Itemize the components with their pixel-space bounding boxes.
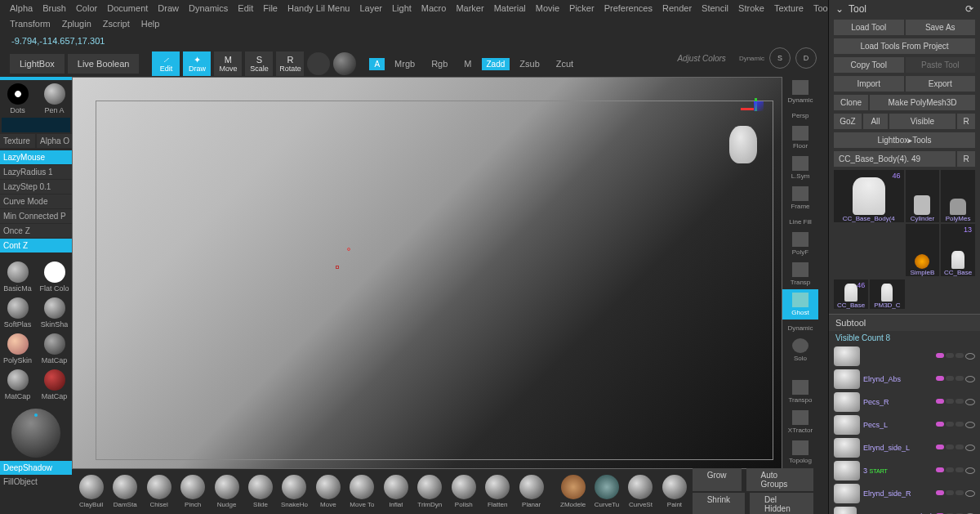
lightbox-tools-button[interactable]: Lightbox▸Tools bbox=[834, 132, 975, 148]
orientation-gizmo[interactable] bbox=[716, 98, 765, 172]
brush-polish[interactable]: Polish bbox=[448, 475, 479, 508]
eye-icon[interactable] bbox=[965, 467, 975, 474]
lazystep-slider[interactable]: LazyStep 0.1 bbox=[0, 180, 72, 194]
cont-z-toggle[interactable]: Cont Z bbox=[0, 239, 72, 253]
menu-zscript[interactable]: Zscript bbox=[103, 19, 130, 29]
import-button[interactable]: Import bbox=[834, 76, 904, 92]
subtool-item[interactable]: Pecs_R bbox=[829, 391, 980, 413]
mat-matcap2[interactable]: MatCap bbox=[0, 368, 35, 402]
active-material-preview[interactable] bbox=[11, 409, 60, 458]
draw-mode-button[interactable]: ✦Draw bbox=[183, 51, 211, 76]
persp-toggle[interactable]: Persp bbox=[782, 107, 818, 123]
material-preview-icon[interactable] bbox=[333, 52, 356, 75]
menu-marker[interactable]: Marker bbox=[456, 3, 483, 13]
lazymouse-toggle[interactable]: LazyMouse bbox=[0, 150, 72, 164]
once-z-toggle[interactable]: Once Z bbox=[0, 224, 72, 238]
menu-transform[interactable]: Transform bbox=[10, 19, 51, 29]
brush-damstandard[interactable]: DamSta bbox=[109, 475, 140, 508]
eye-icon[interactable] bbox=[965, 376, 975, 382]
mat-matcap3[interactable]: MatCap bbox=[37, 368, 72, 402]
subtool-item[interactable]: Elrynd_Abs bbox=[829, 368, 980, 391]
mat-skinshade[interactable]: SkinSha bbox=[37, 296, 72, 330]
visible-count[interactable]: Visible Count 8 bbox=[829, 331, 980, 345]
brush-planar[interactable]: Planar bbox=[515, 475, 547, 508]
mat-polyskin[interactable]: PolySkin bbox=[0, 332, 35, 366]
zcut-toggle[interactable]: Zcut bbox=[550, 57, 580, 70]
menu-macro[interactable]: Macro bbox=[421, 3, 447, 13]
brush-pinch[interactable]: Pinch bbox=[176, 475, 208, 508]
goz-r-button[interactable]: R bbox=[957, 114, 975, 129]
rgb-toggle[interactable]: Rgb bbox=[425, 57, 454, 70]
topology-button[interactable]: Topolog bbox=[782, 437, 818, 467]
subtool-item[interactable] bbox=[829, 345, 980, 368]
tool-panel-header[interactable]: ⌄ Tool ⟳ bbox=[829, 0, 980, 18]
mat-basic[interactable]: BasicMa bbox=[0, 260, 35, 294]
menu-material[interactable]: Material bbox=[494, 3, 526, 13]
rotate-mode-button[interactable]: RRotate bbox=[276, 51, 304, 76]
tool-thumb-main[interactable]: 46CC_Base_Body(4 bbox=[834, 170, 904, 222]
menu-stencil[interactable]: Stencil bbox=[702, 3, 728, 13]
s-circle-icon[interactable]: S bbox=[769, 47, 791, 69]
live-boolean-button[interactable]: Live Boolean bbox=[68, 54, 140, 74]
make-polymesh-button[interactable]: Make PolyMesh3D bbox=[870, 95, 975, 110]
mrgb-toggle[interactable]: Mrgb bbox=[388, 57, 421, 70]
brush-claybuildup[interactable]: ClayBuil bbox=[75, 475, 107, 508]
menu-texture[interactable]: Texture bbox=[774, 3, 804, 13]
edit-mode-button[interactable]: ⟋Edit bbox=[152, 51, 180, 76]
active-tool-name[interactable]: CC_Base_Body(4). 49 bbox=[834, 151, 956, 167]
d-circle-icon[interactable]: D bbox=[795, 47, 817, 69]
adjust-colors-label[interactable]: Adjust Colors bbox=[677, 54, 725, 63]
brush-paint[interactable]: Paint bbox=[658, 475, 690, 508]
gyro-icon[interactable] bbox=[307, 52, 330, 75]
curve-mode-toggle[interactable]: Curve Mode bbox=[0, 194, 72, 208]
menu-edit[interactable]: Edit bbox=[238, 3, 253, 13]
eye-icon[interactable] bbox=[965, 399, 975, 405]
xtractor-button[interactable]: XTractor bbox=[782, 407, 818, 437]
texture-slot[interactable]: Texture bbox=[0, 134, 35, 148]
brush-zmodeler[interactable]: ZModele bbox=[557, 475, 589, 508]
mat-matcap1[interactable]: MatCap bbox=[37, 332, 72, 366]
menu-dynamics[interactable]: Dynamics bbox=[189, 3, 228, 13]
brush-slide[interactable]: Slide bbox=[244, 475, 276, 508]
floor-toggle[interactable]: Floor bbox=[782, 123, 818, 153]
brush-snakehook[interactable]: SnakeHo bbox=[278, 475, 310, 508]
alpha-pen-a[interactable]: Pen A bbox=[37, 82, 72, 116]
load-tools-project-button[interactable]: Load Tools From Project bbox=[834, 38, 975, 54]
color-swatch[interactable] bbox=[2, 118, 70, 132]
zadd-toggle[interactable]: Zadd bbox=[482, 58, 510, 70]
transp-toggle[interactable]: Transp bbox=[782, 259, 818, 289]
save-as-button[interactable]: Save As bbox=[906, 20, 976, 35]
min-connected-slider[interactable]: Min Connected P bbox=[0, 209, 72, 223]
brush-nudge[interactable]: Nudge bbox=[211, 475, 243, 508]
eye-icon[interactable] bbox=[965, 490, 975, 497]
alpha-off[interactable]: Alpha O bbox=[37, 134, 72, 148]
goz-button[interactable]: GoZ bbox=[834, 114, 862, 129]
transpose-button[interactable]: Transpo bbox=[782, 377, 818, 407]
solo-toggle[interactable]: Solo bbox=[782, 335, 818, 365]
subtool-header[interactable]: Subtool bbox=[829, 314, 980, 331]
brush-flatten[interactable]: Flatten bbox=[481, 475, 513, 508]
menu-zplugin[interactable]: Zplugin bbox=[62, 19, 91, 29]
menu-light[interactable]: Light bbox=[392, 3, 412, 13]
brush-move[interactable]: Move bbox=[312, 475, 344, 508]
zsub-toggle[interactable]: Zsub bbox=[513, 57, 546, 70]
mat-softplastic[interactable]: SoftPlas bbox=[0, 296, 35, 330]
subtool-item[interactable]: Elrynd_side_L bbox=[829, 436, 980, 459]
menu-movie[interactable]: Movie bbox=[536, 3, 559, 13]
menu-help[interactable]: Help bbox=[141, 19, 160, 29]
menu-document[interactable]: Document bbox=[107, 3, 148, 13]
export-button[interactable]: Export bbox=[906, 76, 976, 92]
menu-alpha[interactable]: Alpha bbox=[10, 3, 33, 13]
subtool-item[interactable]: CC_Base_Tongue(11) bbox=[829, 505, 980, 514]
menu-draw[interactable]: Draw bbox=[158, 3, 179, 13]
tool-thumb-simpleb[interactable]: SimpleB bbox=[906, 224, 940, 276]
frame-button[interactable]: Frame bbox=[782, 183, 818, 213]
brush-inflat[interactable]: Inflat bbox=[380, 475, 412, 508]
fill-object-button[interactable]: FillObject bbox=[0, 475, 72, 489]
load-tool-button[interactable]: Load Tool bbox=[834, 20, 904, 35]
deep-shadow-button[interactable]: DeepShadow bbox=[0, 461, 72, 475]
subtool-item[interactable]: 3 START bbox=[829, 459, 980, 482]
brush-curvetube[interactable]: CurveTu bbox=[590, 475, 622, 508]
subtool-item[interactable]: Elrynd_side_R bbox=[829, 482, 980, 505]
tool-thumb-ccbase[interactable]: 13CC_Base bbox=[941, 224, 975, 276]
